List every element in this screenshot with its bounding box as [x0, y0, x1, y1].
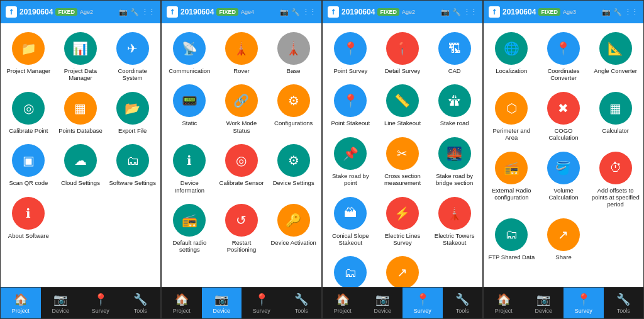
- camera-icon: 📷: [119, 8, 128, 16]
- app-icon-label: Calibrate Point: [9, 127, 48, 134]
- grid-item[interactable]: ℹDevice Information: [164, 140, 215, 198]
- nav-item-tools[interactable]: 🔧 Tools: [604, 288, 644, 318]
- nav-item-device[interactable]: 📷 Device: [524, 288, 564, 318]
- nav-icon-survey: 📍: [416, 293, 430, 306]
- grid-item[interactable]: 📍Coordinates Converter: [538, 28, 589, 86]
- grid-item[interactable]: ⚙Configurations: [268, 81, 319, 138]
- nav-item-tools[interactable]: 🔧 Tools: [121, 288, 161, 318]
- nav-item-survey[interactable]: 📍 Survey: [564, 288, 604, 318]
- grid-item[interactable]: 📊Project Data Manager: [55, 28, 106, 86]
- grid-item[interactable]: 🗂FTP Shared Data: [486, 215, 537, 264]
- nav-icon-device: 📷: [53, 293, 67, 306]
- app-icon-circle: 📐: [599, 32, 632, 65]
- grid-item[interactable]: ▦Calculator: [590, 88, 641, 145]
- app-icon-circle: 📻: [173, 204, 206, 237]
- grid-item[interactable]: 📻Default radio settings: [164, 200, 215, 257]
- nav-icon-tools: 🔧: [133, 293, 147, 306]
- grid-item[interactable]: ✂Cross section measurement: [377, 133, 428, 191]
- grid-item[interactable]: 🌉Stake road by bridge section: [429, 133, 480, 191]
- app-icon-label: External Radio configuration: [487, 187, 536, 201]
- grid-item[interactable]: 📌Stake road by point: [325, 133, 376, 191]
- date: 20190604: [502, 8, 536, 16]
- grid-item[interactable]: ⚡Electric Lines Survey: [377, 193, 428, 250]
- nav-item-project[interactable]: 🏠 Project: [323, 288, 363, 318]
- grid-item[interactable]: 🏗CAD: [429, 28, 480, 78]
- app-icon-circle: 🌐: [495, 32, 528, 65]
- grid-item[interactable]: 🗼Electric Towers Stakeout: [429, 193, 480, 250]
- grid-item[interactable]: 🏔Conical Slope Stakeout: [325, 193, 376, 250]
- grid-item[interactable]: 🪣Volume Calculation: [538, 148, 589, 212]
- app-icon-label: CAD: [448, 67, 461, 74]
- app-icon-circle: 📟: [173, 84, 206, 117]
- phone-phone4: f 20190604 FIXED Age3 📷 🔧 ⋮⋮ 🌐Localizati…: [483, 0, 644, 319]
- nav-item-survey[interactable]: 📍 Survey: [402, 288, 443, 318]
- grid-item[interactable]: ↗Share: [538, 215, 589, 264]
- nav-item-tools[interactable]: 🔧 Tools: [282, 288, 322, 318]
- grid-item[interactable]: 📟Static: [164, 81, 215, 138]
- nav-item-survey[interactable]: 📍 Survey: [242, 288, 282, 318]
- nav-label-project: Project: [334, 308, 352, 314]
- app-icon-label: Add offsets to points at specified perio…: [591, 187, 640, 208]
- grid-item[interactable]: 📏Line Stakeout: [377, 81, 428, 130]
- app-icon-label: Points Database: [58, 127, 103, 134]
- grid-item[interactable]: 🔑Device Activation: [268, 200, 319, 257]
- grid-item[interactable]: 🗂FTP Shared Data: [325, 252, 376, 287]
- grid-item[interactable]: ◎Calibrate Sensor: [216, 140, 267, 198]
- app-icon-circle: 📍: [386, 32, 419, 65]
- grid-item[interactable]: ↺Restart Positioning: [216, 200, 267, 257]
- app-icon-label: Configurations: [274, 120, 313, 126]
- nav-label-tools: Tools: [617, 308, 630, 314]
- grid-item[interactable]: 📐Angle Converter: [590, 28, 641, 86]
- nav-item-device[interactable]: 📷 Device: [202, 288, 242, 318]
- phone-phone1: f 20190604 FIXED Age2 📷 🔧 ⋮⋮ 📁Project Ma…: [0, 0, 161, 319]
- grid-item[interactable]: ◎Calibrate Point: [3, 88, 54, 138]
- nav-item-project[interactable]: 🏠 Project: [1, 288, 41, 318]
- grid-item[interactable]: 📍Point Survey: [325, 28, 376, 78]
- grid-item[interactable]: 🗼Base: [268, 28, 319, 78]
- date: 20190604: [341, 8, 375, 16]
- wrench-icon: 🔧: [130, 8, 139, 16]
- bottom-nav: 🏠 Project 📷 Device 📍 Survey 🔧 Tools: [162, 287, 321, 318]
- app-icon-label: Export File: [118, 127, 147, 134]
- grid-item[interactable]: 📡Communication: [164, 28, 215, 78]
- nav-item-device[interactable]: 📷 Device: [41, 288, 81, 318]
- app-icon-label: Base: [287, 67, 301, 74]
- nav-item-project[interactable]: 🏠 Project: [484, 288, 524, 318]
- grid-item[interactable]: 📍Point Stakeout: [325, 81, 376, 130]
- grid-item[interactable]: 🌐Localization: [486, 28, 537, 86]
- grid-item[interactable]: ▦Points Database: [55, 88, 106, 138]
- grid-item[interactable]: ⚙Device Settings: [268, 140, 319, 198]
- grid-item[interactable]: 🗼Rover: [216, 28, 267, 78]
- camera-icon: 📷: [441, 8, 450, 16]
- nav-item-project[interactable]: 🏠 Project: [162, 288, 202, 318]
- grid-item[interactable]: 🔗Work Mode Status: [216, 81, 267, 138]
- nav-item-device[interactable]: 📷 Device: [363, 288, 403, 318]
- grid-item[interactable]: ✈Coordinate System: [107, 28, 158, 86]
- nav-icon-tools: 🔧: [616, 293, 630, 306]
- grid-item[interactable]: ℹAbout Software: [3, 193, 54, 243]
- grid-item[interactable]: 📁Project Manager: [3, 28, 54, 86]
- grid-item[interactable]: ↗Share: [377, 252, 428, 287]
- wrench-icon: 🔧: [452, 8, 461, 16]
- grid-item[interactable]: ⬡Perimeter and Area: [486, 88, 537, 145]
- grid-item[interactable]: 📂Export File: [107, 88, 158, 138]
- phone-phone2: f 20190604 FIXED Age4 📷 🔧 ⋮⋮ 📡Communicat…: [161, 0, 322, 319]
- app-icon-label: Coordinate System: [108, 67, 157, 82]
- grid-item[interactable]: 📍Detail Survey: [377, 28, 428, 78]
- app-icon-circle: 📡: [173, 32, 206, 65]
- fb-logo: f: [328, 6, 339, 18]
- grid-item[interactable]: ⏱Add offsets to points at specified peri…: [590, 148, 641, 212]
- grid-item[interactable]: ▣Scan QR code: [3, 140, 54, 190]
- grid-item[interactable]: ☁Cloud Settings: [55, 140, 106, 190]
- nav-item-tools[interactable]: 🔧 Tools: [443, 288, 483, 318]
- grid-item[interactable]: 🗂Software Settings: [107, 140, 158, 190]
- app-icon-circle: 🗂: [495, 218, 528, 251]
- status-icons: 📷 🔧 ⋮⋮: [602, 8, 638, 16]
- grid-item[interactable]: 📻External Radio configuration: [486, 148, 537, 212]
- grid-item[interactable]: 🛣Stake road: [429, 81, 480, 130]
- nav-icon-device: 📷: [214, 293, 228, 306]
- grid-item[interactable]: ✖COGO Calculation: [538, 88, 589, 145]
- nav-item-survey[interactable]: 📍 Survey: [80, 288, 121, 318]
- nav-icon-survey: 📍: [255, 293, 269, 306]
- app-icon-label: About Software: [8, 232, 49, 239]
